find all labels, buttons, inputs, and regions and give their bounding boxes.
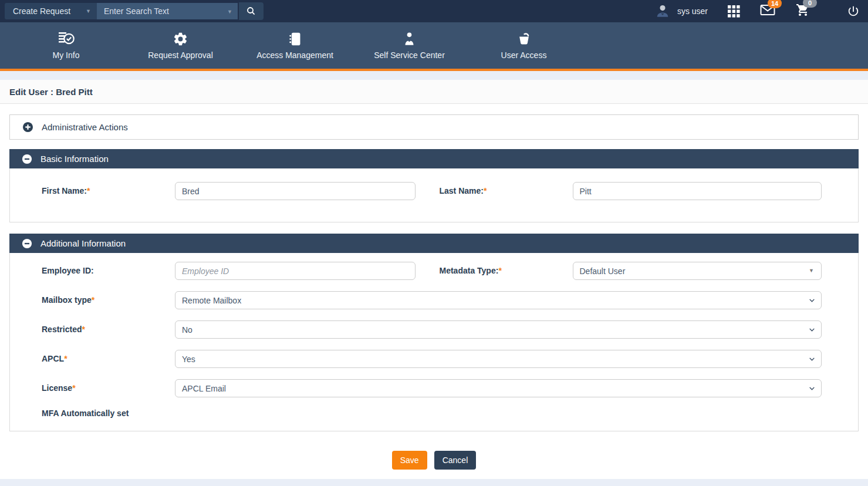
- avatar-icon: [655, 4, 670, 19]
- chevron-down-icon: ▼: [809, 268, 814, 274]
- plus-circle-icon: [22, 122, 33, 133]
- employee-id-input[interactable]: [175, 262, 416, 280]
- select-chevron-icon: [808, 384, 816, 392]
- additional-information-title: Additional Information: [40, 238, 126, 248]
- mail-badge: 14: [768, 0, 782, 8]
- main-content: Edit User : Bred Pitt Administrative Act…: [0, 80, 868, 479]
- power-icon: [847, 5, 860, 18]
- search-input[interactable]: [97, 3, 238, 19]
- nav-label: Request Approval: [148, 50, 213, 60]
- license-value: APCL Email: [182, 384, 226, 393]
- address-book-icon: [287, 31, 303, 47]
- apcl-value: Yes: [182, 355, 195, 364]
- person-icon: [401, 31, 417, 47]
- create-request-button[interactable]: Create Request ▼: [5, 3, 97, 19]
- basic-information-title: Basic Information: [40, 154, 109, 164]
- gear-icon: [173, 31, 188, 47]
- nav-label: My Info: [53, 50, 80, 60]
- nav-item-user-access[interactable]: User Access: [467, 31, 581, 60]
- nav-label: User Access: [501, 50, 547, 60]
- license-label: License*: [42, 379, 175, 397]
- additional-information-section: Additional Information Employee ID: Meta…: [9, 234, 859, 431]
- select-chevron-icon: [808, 296, 816, 304]
- metadata-type-value: Default User: [580, 266, 626, 276]
- metadata-type-select[interactable]: Default User ▼: [573, 262, 822, 280]
- select-chevron-icon: [808, 355, 816, 363]
- restricted-label: Restricted*: [42, 320, 175, 339]
- last-name-label: Last Name:*: [440, 182, 573, 195]
- my-info-checklist-icon: [58, 31, 75, 47]
- basket-icon: [516, 31, 532, 47]
- page-title: Edit User : Bred Pitt: [0, 80, 868, 104]
- minus-circle-icon: [22, 238, 32, 249]
- nav-item-access-management[interactable]: Access Management: [238, 31, 352, 60]
- mail-button[interactable]: 14: [760, 4, 775, 19]
- basic-information-section: Basic Information First Name:* Last Name…: [9, 149, 859, 222]
- employee-id-label: Employee ID:: [42, 262, 175, 275]
- nav-item-self-service-center[interactable]: Self Service Center: [352, 31, 467, 60]
- save-button[interactable]: Save: [392, 451, 427, 470]
- chevron-down-icon: ▼: [86, 8, 91, 14]
- search-box: ▼: [97, 3, 238, 19]
- cart-button[interactable]: 0: [795, 3, 810, 19]
- username: sys user: [677, 6, 708, 16]
- main-nav: My Info Request Approval Access Manageme…: [0, 22, 868, 71]
- apps-grid-icon[interactable]: [728, 5, 740, 18]
- top-bar: Create Request ▼ ▼ sys user: [0, 0, 868, 22]
- logout-button[interactable]: [847, 5, 860, 18]
- basic-information-header[interactable]: Basic Information: [9, 149, 859, 168]
- first-name-input[interactable]: [175, 182, 416, 200]
- nav-item-my-info[interactable]: My Info: [9, 31, 123, 60]
- chevron-down-icon[interactable]: ▼: [227, 9, 232, 15]
- mailbox-type-label: Mailbox type*: [42, 291, 175, 309]
- cancel-button[interactable]: Cancel: [434, 451, 477, 470]
- minus-circle-icon: [22, 154, 32, 164]
- search-button[interactable]: [239, 2, 264, 20]
- apcl-label: APCL*: [42, 350, 175, 368]
- nav-item-request-approval[interactable]: Request Approval: [123, 31, 238, 60]
- mailbox-type-select[interactable]: Remote Mailbox: [175, 291, 822, 309]
- metadata-type-label: Metadata Type:*: [440, 262, 573, 275]
- search-icon: [246, 6, 256, 16]
- nav-label: Access Management: [256, 50, 333, 60]
- mfa-automatically-set-label: MFA Automatically set: [42, 409, 822, 418]
- last-name-input[interactable]: [573, 182, 822, 200]
- cart-badge: 0: [803, 0, 817, 8]
- nav-label: Self Service Center: [374, 50, 445, 60]
- first-name-label: First Name:*: [42, 182, 175, 195]
- restricted-value: No: [182, 325, 192, 335]
- license-select[interactable]: APCL Email: [175, 379, 822, 397]
- admin-actions-title: Administrative Actions: [42, 122, 128, 132]
- select-chevron-icon: [808, 326, 816, 333]
- restricted-select[interactable]: No: [175, 320, 822, 339]
- mailbox-type-value: Remote Mailbox: [182, 296, 241, 305]
- create-request-label: Create Request: [13, 6, 70, 16]
- apcl-select[interactable]: Yes: [175, 350, 822, 368]
- admin-actions-panel[interactable]: Administrative Actions: [9, 114, 859, 140]
- additional-information-header[interactable]: Additional Information: [9, 234, 859, 253]
- user-menu[interactable]: sys user: [655, 4, 708, 19]
